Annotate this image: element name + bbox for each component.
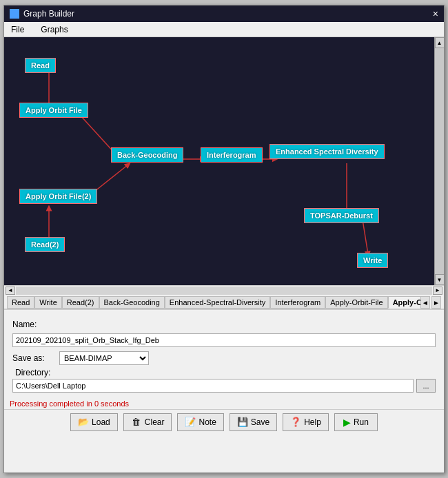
horizontal-scrollbar[interactable]: ◄ ► <box>4 285 444 295</box>
name-input-row <box>12 333 436 347</box>
run-button[interactable]: ▶ Run <box>334 413 378 431</box>
node-apply-orbit-file-2[interactable]: Apply Orbit File(2) <box>19 189 97 204</box>
node-topsar-deburst[interactable]: TOPSAR-Deburst <box>304 208 379 223</box>
clear-button[interactable]: 🗑 Clear <box>123 413 172 431</box>
node-apply-orbit-file[interactable]: Apply Orbit File <box>19 103 88 118</box>
menu-bar: File Graphs <box>4 22 444 37</box>
window-title: Graph Builder <box>23 9 74 19</box>
menu-file[interactable]: File <box>7 23 28 36</box>
title-icon <box>10 9 19 19</box>
node-interferogram[interactable]: Interferogram <box>201 147 263 163</box>
node-read-2[interactable]: Read(2) <box>25 237 65 252</box>
svg-line-7 <box>363 220 368 254</box>
scroll-left-button[interactable]: ◄ <box>6 287 15 295</box>
graph-canvas-area: Read Apply Orbit File Back-Geocoding Int… <box>4 37 444 285</box>
node-read[interactable]: Read <box>25 58 56 73</box>
name-row: Name: <box>12 320 436 329</box>
save-as-row: Save as: BEAM-DIMAP <box>12 351 436 365</box>
save-as-label: Save as: <box>12 353 54 363</box>
save-label: Save <box>251 417 269 427</box>
directory-row: ... <box>12 379 436 393</box>
help-button[interactable]: ❓ Help <box>283 413 329 431</box>
directory-label: Directory: <box>15 368 436 377</box>
status-text: Processing completed in 0 seconds <box>10 399 129 408</box>
load-button[interactable]: 📂 Load <box>70 413 118 431</box>
tab-read-2[interactable]: Read(2) <box>62 296 99 309</box>
title-bar: Graph Builder × <box>4 6 444 22</box>
tab-read[interactable]: Read <box>7 296 34 309</box>
tab-strip: Read Write Read(2) Back-Geocoding Enhanc… <box>7 296 420 309</box>
help-label: Help <box>304 417 321 427</box>
save-as-select[interactable]: BEAM-DIMAP <box>59 351 149 365</box>
directory-section: Directory: ... <box>12 368 436 393</box>
load-icon: 📂 <box>78 417 89 428</box>
scroll-up-button[interactable]: ▲ <box>435 37 445 48</box>
node-write[interactable]: Write <box>357 253 388 268</box>
run-icon: ▶ <box>343 417 351 428</box>
name-input[interactable] <box>12 333 436 347</box>
bottom-toolbar: 📂 Load 🗑 Clear 📝 Note 💾 Save ❓ Help ▶ Ru… <box>4 409 444 434</box>
tab-apply-orbit-file-2[interactable]: Apply-Orbit-File(2) <box>388 296 420 309</box>
browse-button[interactable]: ... <box>416 379 436 393</box>
main-window: Graph Builder × File Graphs <box>3 5 445 473</box>
save-icon: 💾 <box>237 417 248 428</box>
vertical-scrollbar[interactable]: ▲ ▼ <box>434 37 444 285</box>
tab-apply-orbit-file[interactable]: Apply-Orbit-File <box>325 296 387 309</box>
clear-icon: 🗑 <box>131 417 142 428</box>
tab-prev-button[interactable]: ◄ <box>420 296 430 309</box>
tab-bar: Read Write Read(2) Back-Geocoding Enhanc… <box>4 295 444 309</box>
properties-panel: Name: Save as: BEAM-DIMAP Directory: ... <box>4 309 444 398</box>
node-back-geocoding[interactable]: Back-Geocoding <box>111 147 183 163</box>
node-enhanced-spectral-diversity[interactable]: Enhanced Spectral Diversity <box>269 144 385 159</box>
menu-graphs[interactable]: Graphs <box>37 23 72 36</box>
scroll-down-button[interactable]: ▼ <box>435 274 445 285</box>
run-label: Run <box>354 417 369 427</box>
tab-write[interactable]: Write <box>34 296 61 309</box>
scroll-right-button[interactable]: ► <box>433 287 442 295</box>
tab-next-button[interactable]: ► <box>431 296 441 309</box>
close-button[interactable]: × <box>433 8 438 19</box>
save-button[interactable]: 💾 Save <box>230 413 277 431</box>
tab-back-geocoding[interactable]: Back-Geocoding <box>99 296 165 309</box>
tab-enhanced-spectral-diversity[interactable]: Enhanced-Spectral-Diversity <box>165 296 270 309</box>
load-label: Load <box>92 417 110 427</box>
tab-nav: ◄ ► <box>420 296 441 309</box>
graph-canvas: Read Apply Orbit File Back-Geocoding Int… <box>4 37 444 285</box>
note-button[interactable]: 📝 Note <box>177 413 223 431</box>
directory-input[interactable] <box>12 379 414 393</box>
status-bar: Processing completed in 0 seconds <box>4 398 444 409</box>
note-icon: 📝 <box>185 417 196 428</box>
clear-label: Clear <box>145 417 165 427</box>
note-label: Note <box>198 417 216 427</box>
help-icon: ❓ <box>290 417 301 428</box>
name-label: Name: <box>12 320 54 329</box>
tab-interferogram[interactable]: Interferogram <box>270 296 325 309</box>
